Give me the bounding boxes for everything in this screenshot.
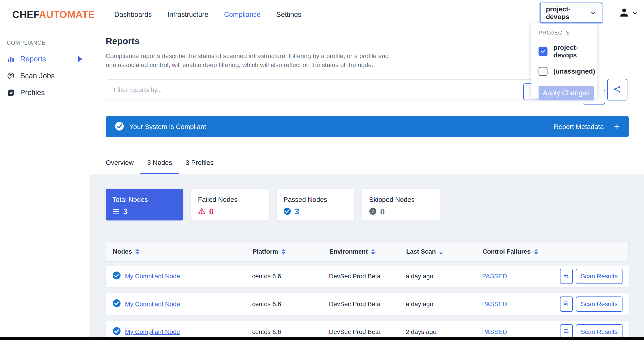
column-header[interactable]: Platform: [252, 248, 330, 255]
chevron-down-icon: [632, 10, 638, 17]
nodes-content: Total Nodes 3 Failed Nodes 0: [90, 174, 644, 340]
column-label: Environment: [330, 248, 368, 255]
column-header[interactable]: Control Failures: [482, 248, 622, 255]
environment-cell: DevSec Prod Beta: [329, 328, 406, 335]
column-label: Control Failures: [482, 248, 531, 255]
report-metadata-label: Report Metadata: [554, 123, 604, 130]
list-plus-icon: [563, 300, 570, 308]
skipped-nodes-card[interactable]: Skipped Nodes ? 0: [362, 189, 440, 221]
share-button[interactable]: [607, 79, 628, 100]
column-header[interactable]: Environment: [330, 248, 406, 255]
node-link[interactable]: My Compliant Node: [125, 300, 180, 308]
platform-cell: centos 6.6: [252, 328, 329, 335]
nodes-table-header: Nodes Platform Environment: [106, 242, 629, 262]
check-circle-icon: [115, 122, 124, 132]
chevron-right-icon: [78, 56, 82, 62]
project-option-label: project-devops: [553, 44, 590, 59]
project-selector[interactable]: project-devops: [540, 3, 602, 23]
last-scan-cell: a day ago: [406, 273, 482, 280]
sidebar-section-label: COMPLIANCE: [7, 40, 84, 46]
column-header[interactable]: Nodes: [113, 248, 252, 255]
column-label: Nodes: [113, 248, 132, 255]
failed-nodes-card[interactable]: Failed Nodes 0: [191, 189, 269, 221]
scan-icon: [7, 72, 15, 80]
row-actions: Scan Results: [560, 269, 622, 284]
node-cell: My Compliant Node: [112, 327, 252, 337]
node-cell: My Compliant Node: [112, 271, 252, 281]
nav-item[interactable]: Compliance: [216, 11, 268, 19]
row-actions: Scan Results: [560, 296, 622, 312]
total-nodes-card[interactable]: Total Nodes 3: [106, 189, 183, 221]
summary-cards: Total Nodes 3 Failed Nodes 0: [106, 189, 629, 221]
compliance-banner-wrap: Your System is Compliant Report Metadata…: [90, 100, 644, 137]
user-avatar-icon: [619, 8, 629, 19]
node-link[interactable]: My Compliant Node: [125, 273, 180, 280]
share-icon: [613, 85, 622, 94]
control-failures-cell: PASSED: [482, 273, 560, 280]
banner-status-text: Your System is Compliant: [130, 123, 206, 130]
card-value: 0: [380, 207, 385, 216]
checkbox[interactable]: [538, 67, 548, 76]
projects-dropdown-panel: PROJECTS project-devops (unassigned) App…: [531, 23, 597, 98]
project-option[interactable]: (unassigned): [538, 67, 590, 76]
passed-nodes-card[interactable]: Passed Nodes 3: [277, 189, 354, 221]
question-circle-icon: ?: [369, 208, 377, 216]
profiles-icon: [7, 89, 15, 96]
platform-cell: centos 6.6: [252, 273, 329, 280]
list-plus-icon: [563, 272, 570, 280]
check-circle-icon: [284, 208, 291, 216]
project-option[interactable]: project-devops: [538, 44, 590, 59]
add-filter-button[interactable]: [560, 269, 573, 284]
page-description: Compliance reports describe the status o…: [106, 52, 394, 70]
scan-results-button[interactable]: Scan Results: [576, 296, 622, 312]
logo-automate: AUTOMATE: [39, 9, 95, 20]
card-value: 3: [123, 207, 128, 216]
card-title: Failed Nodes: [198, 196, 262, 203]
card-value: 3: [295, 207, 299, 216]
checkbox[interactable]: [538, 47, 548, 56]
sidebar-item-profiles[interactable]: Profiles: [7, 84, 84, 101]
sidebar-item-label: Profiles: [20, 88, 45, 97]
tab[interactable]: 3 Nodes: [140, 152, 179, 174]
sidebar-item-scan-jobs[interactable]: Scan Jobs: [7, 67, 84, 84]
chef-automate-screen: CHEFAUTOMATE Dashboards Infrastructure C…: [0, 0, 644, 340]
plus-icon: +: [614, 121, 620, 131]
node-cell: My Compliant Node: [112, 299, 252, 309]
tab[interactable]: 3 Profiles: [179, 152, 220, 174]
scan-results-button[interactable]: Scan Results: [576, 269, 622, 284]
filter-reports-input[interactable]: [106, 79, 580, 100]
nav-item[interactable]: Settings: [268, 11, 309, 19]
main-nav: Dashboards Infrastructure Compliance Set…: [106, 11, 310, 19]
card-title: Skipped Nodes: [369, 196, 433, 203]
table-row: My Compliant Node centos 6.6 DevSec Prod…: [106, 293, 629, 315]
chevron-down-icon: [590, 10, 596, 17]
check-circle-icon: [112, 299, 121, 309]
screen-bottom-edge: [0, 337, 644, 340]
last-scan-cell: a day ago: [406, 300, 482, 308]
control-failures-cell: PASSED: [482, 328, 560, 335]
card-title: Passed Nodes: [284, 196, 348, 203]
apply-changes-button[interactable]: Apply Changes: [538, 86, 594, 100]
sort-arrows-icon: [439, 253, 443, 255]
tab[interactable]: Overview: [99, 152, 140, 174]
column-header[interactable]: Last Scan: [406, 248, 482, 255]
platform-cell: centos 6.6: [252, 300, 329, 308]
nav-item[interactable]: Dashboards: [106, 11, 160, 19]
list-plus-icon: [563, 328, 570, 335]
environment-cell: DevSec Prod Beta: [329, 300, 406, 308]
sidebar-item-reports[interactable]: Reports: [7, 51, 84, 67]
report-metadata-toggle[interactable]: Report Metadata +: [554, 122, 620, 131]
bar-chart-icon: [7, 55, 15, 63]
column-label: Last Scan: [406, 248, 436, 255]
nav-item[interactable]: Infrastructure: [160, 11, 216, 19]
project-selector-value: project-devops: [546, 5, 590, 21]
column-label: Platform: [252, 248, 278, 255]
report-tabs: Overview 3 Nodes 3 Profiles: [90, 137, 644, 174]
projects-dropdown-title: PROJECTS: [538, 30, 590, 36]
user-menu[interactable]: [619, 8, 638, 19]
add-filter-button[interactable]: [560, 296, 573, 312]
compliance-status-banner: Your System is Compliant Report Metadata…: [106, 116, 629, 137]
node-link[interactable]: My Compliant Node: [125, 328, 180, 335]
chef-automate-logo[interactable]: CHEFAUTOMATE: [12, 9, 95, 20]
nodes-table-body: My Compliant Node centos 6.6 DevSec Prod…: [106, 266, 629, 340]
